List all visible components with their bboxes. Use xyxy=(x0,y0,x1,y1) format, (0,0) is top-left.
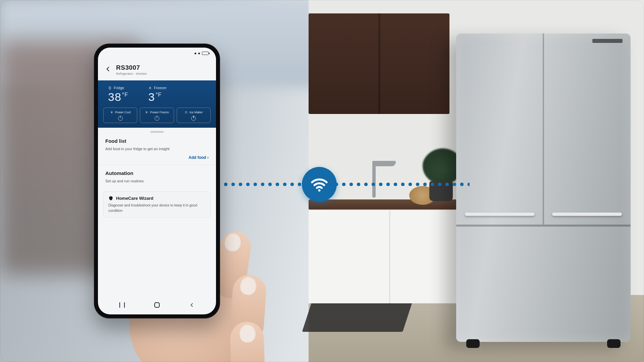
shield-icon xyxy=(108,196,113,201)
power-icon xyxy=(191,116,196,121)
fridge-handle-right xyxy=(552,213,622,216)
app-title-bar: RS3007 Refrigerator · Kitchen xyxy=(98,59,216,80)
smartphone: RS3007 Refrigerator · Kitchen Fridge 38°… xyxy=(94,44,220,318)
chip-label: Ice Maker xyxy=(190,111,203,114)
nav-recent-button[interactable] xyxy=(115,298,129,312)
connection-dotted-line xyxy=(215,183,470,186)
fridge-foot-left xyxy=(466,339,480,348)
add-food-link[interactable]: Add food xyxy=(105,155,209,160)
fridge-door-seam-vertical xyxy=(543,34,544,225)
status-bar xyxy=(98,48,216,59)
system-nav-bar xyxy=(98,296,216,314)
faucet xyxy=(372,164,376,198)
fridge-handle-left xyxy=(465,213,535,216)
freezer-unit: °F xyxy=(156,92,162,98)
section-title: Automation xyxy=(105,170,209,176)
freezer-label: Freezer xyxy=(154,86,167,90)
section-title: Food list xyxy=(105,138,209,144)
section-food-list[interactable]: Food list Add food in your fridge to get… xyxy=(98,133,216,165)
chip-power-freeze[interactable]: Power Freeze xyxy=(140,108,174,123)
fridge-unit: °F xyxy=(122,92,128,98)
lower-cabinets xyxy=(309,209,470,303)
upper-cabinets xyxy=(309,13,449,114)
fridge-door-seam-horizontal xyxy=(456,225,631,227)
kitchen xyxy=(309,0,644,362)
phone-screen: RS3007 Refrigerator · Kitchen Fridge 38°… xyxy=(98,48,216,314)
svg-point-0 xyxy=(318,189,321,192)
fridge-brand-logo xyxy=(592,39,623,43)
fridge-foot-right xyxy=(607,339,621,348)
chip-label: Power Freeze xyxy=(150,111,169,114)
card-title: HomeCare Wizard xyxy=(116,196,153,201)
section-automation[interactable]: Automation Set up and run routines xyxy=(98,165,216,189)
back-nav-icon xyxy=(189,302,195,308)
nav-back-button[interactable] xyxy=(185,298,199,312)
wifi-icon xyxy=(302,167,337,202)
device-subtitle: Refrigerator · Kitchen xyxy=(116,72,147,75)
power-icon xyxy=(155,116,159,121)
signal-icon xyxy=(195,53,196,54)
freezer-value: 3 xyxy=(148,90,155,103)
power-icon xyxy=(118,116,123,121)
home-icon xyxy=(154,302,160,308)
fridge-temp[interactable]: Fridge 38°F xyxy=(108,86,128,104)
freezer-temp[interactable]: Freezer 3°F xyxy=(148,86,167,104)
temperature-panel: Fridge 38°F Freezer 3°F Power Cool xyxy=(98,80,216,128)
quick-actions: Power Cool Power Freeze Ice Maker xyxy=(103,108,211,123)
device-title: RS3007 xyxy=(116,64,147,71)
section-body: Set up and run routines xyxy=(105,179,209,184)
nav-home-button[interactable] xyxy=(150,298,164,312)
chip-power-cool[interactable]: Power Cool xyxy=(103,108,137,123)
scene: RS3007 Refrigerator · Kitchen Fridge 38°… xyxy=(0,0,644,362)
fridge-label: Fridge xyxy=(114,86,124,90)
refrigerator xyxy=(456,34,631,342)
card-body: Diagnose and troubleshoot your device to… xyxy=(108,203,206,214)
homecare-card[interactable]: HomeCare Wizard Diagnose and troubleshoo… xyxy=(103,191,211,218)
battery-icon xyxy=(202,52,209,55)
chip-ice-maker[interactable]: Ice Maker xyxy=(177,108,211,123)
section-body: Add food in your fridge to get an insigh… xyxy=(105,146,209,152)
svg-rect-3 xyxy=(185,112,187,113)
chip-label: Power Cool xyxy=(115,111,131,114)
recent-apps-icon xyxy=(119,302,125,308)
wifi-status-icon xyxy=(198,53,200,54)
back-icon[interactable] xyxy=(105,66,111,74)
fridge-value: 38 xyxy=(108,90,121,103)
